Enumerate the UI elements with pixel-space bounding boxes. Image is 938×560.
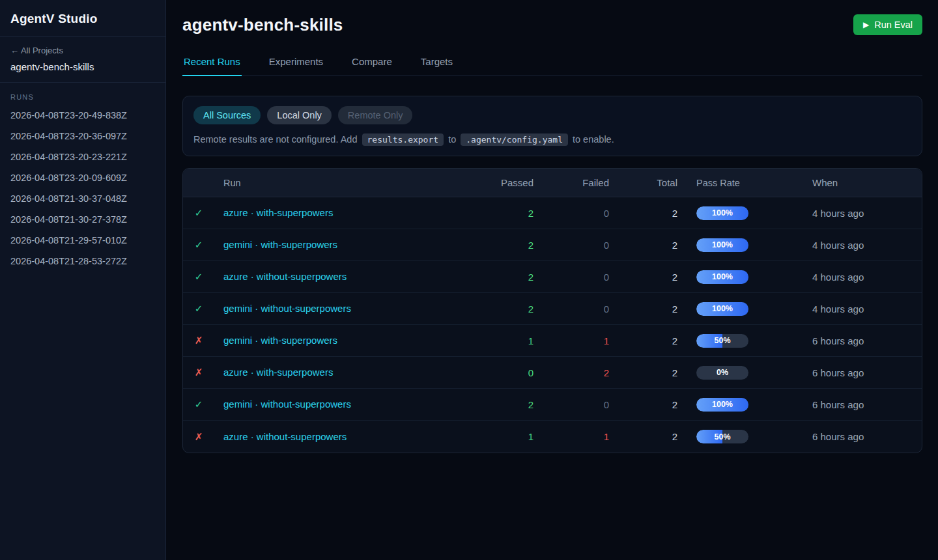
pass-rate-cell: 100% — [677, 302, 812, 316]
runs-section-label: RUNS — [0, 83, 165, 105]
sidebar-run-item[interactable]: 2026-04-08T21-28-53-272Z — [0, 251, 165, 272]
pass-rate-pill: 100% — [696, 302, 748, 316]
run-name-link[interactable]: azure · with-superpowers — [223, 367, 333, 378]
run-name-link[interactable]: azure · without-superpowers — [223, 271, 347, 282]
table-row[interactable]: ✓ gemini · without-superpowers 2 0 2 100… — [183, 389, 922, 421]
run-list: 2026-04-08T23-20-49-838Z2026-04-08T23-20… — [0, 105, 165, 272]
failed-count: 0 — [533, 399, 609, 410]
when-text: 6 hours ago — [812, 399, 922, 410]
chip-all-sources[interactable]: All Sources — [193, 106, 261, 124]
tab-recent-runs[interactable]: Recent Runs — [182, 52, 242, 76]
chip-local-only[interactable]: Local Only — [267, 106, 332, 124]
pass-rate-label: 100% — [696, 238, 748, 252]
source-filter-panel: All Sources Local Only Remote Only Remot… — [182, 96, 922, 156]
column-header-pass-rate: Pass Rate — [677, 178, 812, 188]
run-status-icon: ✗ — [183, 367, 214, 378]
tab-bar: Recent Runs Experiments Compare Targets — [182, 52, 922, 76]
pass-rate-cell: 100% — [677, 238, 812, 252]
code-config-yaml: .agentv/config.yaml — [461, 133, 568, 146]
run-eval-button[interactable]: ▶ Run Eval — [853, 14, 922, 35]
pass-rate-cell: 50% — [677, 334, 812, 348]
code-results-export: results.export — [362, 133, 444, 146]
total-count: 2 — [609, 240, 677, 251]
main-content: agentv-bench-skills ▶ Run Eval Recent Ru… — [166, 0, 938, 560]
sidebar-run-item[interactable]: 2026-04-08T23-20-23-221Z — [0, 147, 165, 167]
failed-count: 0 — [533, 303, 609, 315]
sidebar-run-item[interactable]: 2026-04-08T23-20-49-838Z — [0, 105, 165, 126]
table-row[interactable]: ✓ gemini · without-superpowers 2 0 2 100… — [183, 293, 922, 325]
pass-rate-cell: 50% — [677, 430, 812, 443]
run-name-link[interactable]: gemini · without-superpowers — [223, 303, 351, 314]
run-status-icon: ✓ — [183, 303, 214, 315]
failed-count: 2 — [533, 367, 609, 378]
column-header-total: Total — [609, 177, 677, 188]
notice-prefix: Remote results are not configured. Add — [193, 134, 357, 145]
when-text: 6 hours ago — [812, 367, 922, 378]
run-name-link[interactable]: azure · with-superpowers — [223, 207, 333, 218]
play-icon: ▶ — [863, 20, 869, 29]
run-name-link[interactable]: gemini · with-superpowers — [223, 335, 337, 346]
pass-rate-label: 100% — [696, 398, 748, 412]
remote-config-notice: Remote results are not configured. Add r… — [193, 134, 911, 145]
run-eval-label: Run Eval — [874, 20, 913, 30]
failed-count: 0 — [533, 272, 609, 283]
column-header-passed: Passed — [475, 177, 533, 188]
sidebar-run-item[interactable]: 2026-04-08T21-30-27-378Z — [0, 209, 165, 230]
run-status-icon: ✗ — [183, 335, 214, 346]
run-status-icon: ✓ — [183, 271, 214, 283]
tab-compare[interactable]: Compare — [350, 52, 393, 76]
pass-rate-pill: 100% — [696, 238, 748, 252]
notice-middle: to — [448, 134, 456, 145]
chip-remote-only[interactable]: Remote Only — [338, 106, 413, 124]
tab-targets[interactable]: Targets — [419, 52, 454, 76]
pass-rate-label: 50% — [696, 334, 748, 348]
tab-experiments[interactable]: Experiments — [268, 52, 324, 76]
run-status-icon: ✓ — [183, 207, 214, 219]
sidebar-run-item[interactable]: 2026-04-08T23-20-36-097Z — [0, 126, 165, 147]
pass-rate-pill: 50% — [696, 334, 748, 348]
table-row[interactable]: ✓ gemini · with-superpowers 2 0 2 100% 4… — [183, 229, 922, 261]
sidebar-project-name: agentv-bench-skills — [10, 61, 155, 72]
table-row[interactable]: ✓ azure · without-superpowers 2 0 2 100%… — [183, 261, 922, 293]
when-text: 6 hours ago — [812, 335, 922, 346]
run-status-icon: ✓ — [183, 399, 214, 410]
runs-table: Run Passed Failed Total Pass Rate When ✓… — [182, 168, 922, 453]
total-count: 2 — [609, 431, 677, 442]
failed-count: 1 — [533, 431, 609, 442]
total-count: 2 — [609, 208, 677, 219]
run-name-link[interactable]: azure · without-superpowers — [223, 431, 347, 442]
total-count: 2 — [609, 399, 677, 410]
sidebar-run-item[interactable]: 2026-04-08T21-29-57-010Z — [0, 230, 165, 251]
sidebar-run-item[interactable]: 2026-04-08T21-30-37-048Z — [0, 188, 165, 209]
project-block: ← All Projects agentv-bench-skills — [0, 37, 165, 83]
app-title: AgentV Studio — [0, 0, 165, 37]
table-row[interactable]: ✗ azure · without-superpowers 1 1 2 50% … — [183, 421, 922, 453]
table-row[interactable]: ✗ azure · with-superpowers 0 2 2 0% 6 ho… — [183, 357, 922, 389]
failed-count: 0 — [533, 240, 609, 251]
table-header-row: Run Passed Failed Total Pass Rate When — [183, 169, 922, 197]
run-status-icon: ✗ — [183, 431, 214, 443]
total-count: 2 — [609, 303, 677, 315]
pass-rate-pill: 100% — [696, 398, 748, 412]
table-row[interactable]: ✓ azure · with-superpowers 2 0 2 100% 4 … — [183, 197, 922, 229]
when-text: 4 hours ago — [812, 208, 922, 219]
pass-rate-label: 100% — [696, 302, 748, 316]
run-name-link[interactable]: gemini · without-superpowers — [223, 399, 351, 410]
when-text: 6 hours ago — [812, 431, 922, 442]
table-row[interactable]: ✗ gemini · with-superpowers 1 1 2 50% 6 … — [183, 325, 922, 357]
pass-rate-label: 50% — [696, 430, 748, 443]
pass-rate-pill: 100% — [696, 270, 748, 284]
pass-rate-cell: 100% — [677, 270, 812, 284]
failed-count: 1 — [533, 335, 609, 346]
total-count: 2 — [609, 335, 677, 346]
pass-rate-cell: 100% — [677, 398, 812, 412]
page-title: agentv-bench-skills — [182, 15, 343, 35]
passed-count: 0 — [475, 367, 533, 378]
run-name-link[interactable]: gemini · with-superpowers — [223, 239, 337, 250]
pass-rate-pill: 100% — [696, 206, 748, 220]
sidebar-run-item[interactable]: 2026-04-08T23-20-09-609Z — [0, 167, 165, 188]
all-projects-back-link[interactable]: ← All Projects — [10, 46, 155, 55]
run-status-icon: ✓ — [183, 239, 214, 251]
when-text: 4 hours ago — [812, 272, 922, 283]
when-text: 4 hours ago — [812, 240, 922, 251]
